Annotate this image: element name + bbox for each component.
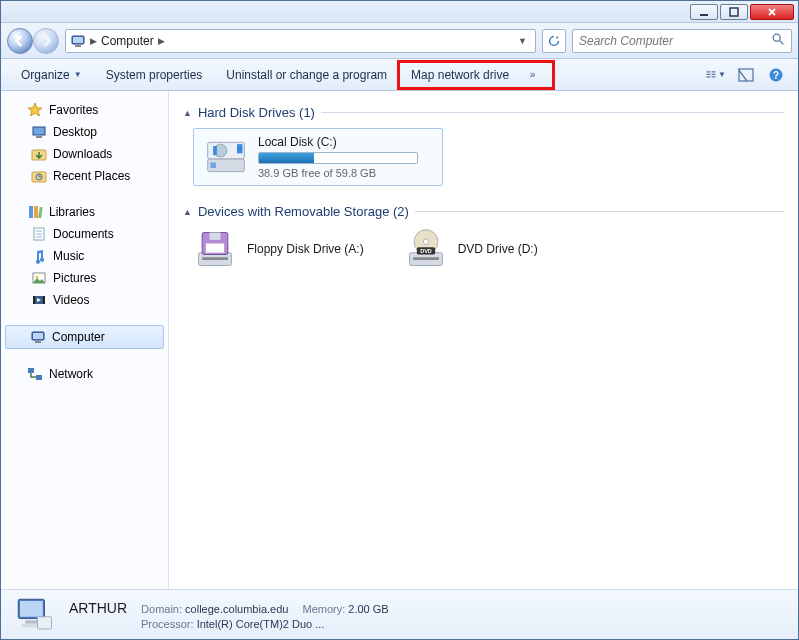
uninstall-program-button[interactable]: Uninstall or change a program bbox=[214, 62, 399, 88]
content-pane: ▲ Hard Disk Drives (1) Local Disk (C:) 3… bbox=[169, 91, 798, 589]
toolbar-right: ▼ ? bbox=[706, 65, 790, 85]
svg-rect-18 bbox=[36, 136, 42, 138]
svg-rect-47 bbox=[210, 233, 221, 240]
sidebar-label: Favorites bbox=[49, 103, 98, 117]
sidebar-item-music[interactable]: Music bbox=[1, 245, 168, 267]
svg-rect-7 bbox=[707, 71, 711, 72]
sidebar-item-recent[interactable]: Recent Places bbox=[1, 165, 168, 187]
svg-rect-11 bbox=[712, 73, 716, 74]
drive-name: Floppy Disk Drive (A:) bbox=[247, 242, 364, 256]
organize-button[interactable]: Organize▼ bbox=[9, 62, 94, 88]
group-header-hdd[interactable]: ▲ Hard Disk Drives (1) bbox=[183, 105, 784, 120]
music-icon bbox=[31, 248, 47, 264]
dvd-drive-icon: DVD bbox=[404, 227, 448, 271]
back-button[interactable] bbox=[7, 28, 33, 54]
svg-rect-23 bbox=[34, 206, 38, 218]
titlebar bbox=[1, 1, 798, 23]
computer-icon bbox=[30, 329, 46, 345]
map-network-drive-button[interactable]: Map network drive » bbox=[399, 62, 553, 88]
sidebar-label: Computer bbox=[52, 330, 105, 344]
svg-text:DVD: DVD bbox=[420, 248, 432, 254]
breadcrumb-sep-icon: ▶ bbox=[158, 36, 165, 46]
disk-usage-bar bbox=[258, 152, 418, 164]
explorer-window: ▶ Computer ▶ ▼ Organize▼ System properti… bbox=[0, 0, 799, 640]
svg-point-5 bbox=[773, 34, 780, 41]
drive-name: Local Disk (C:) bbox=[258, 135, 418, 149]
collapse-icon: ▲ bbox=[183, 108, 192, 118]
minimize-button[interactable] bbox=[690, 4, 718, 20]
downloads-icon bbox=[31, 146, 47, 162]
sidebar-label: Network bbox=[49, 367, 93, 381]
search-input[interactable] bbox=[579, 34, 765, 48]
computer-name: ARTHUR bbox=[69, 600, 127, 616]
svg-rect-17 bbox=[33, 127, 45, 135]
refresh-button[interactable] bbox=[542, 29, 566, 53]
svg-rect-43 bbox=[213, 146, 217, 155]
search-box[interactable] bbox=[572, 29, 792, 53]
svg-rect-57 bbox=[25, 620, 37, 624]
address-dropdown-icon[interactable]: ▼ bbox=[514, 36, 531, 46]
svg-rect-32 bbox=[33, 296, 35, 304]
sidebar-item-videos[interactable]: Videos bbox=[1, 289, 168, 311]
svg-point-52 bbox=[423, 239, 429, 245]
svg-rect-4 bbox=[75, 45, 81, 47]
star-icon bbox=[27, 102, 43, 118]
drive-dvd-d[interactable]: DVD DVD Drive (D:) bbox=[404, 227, 538, 271]
sidebar-item-downloads[interactable]: Downloads bbox=[1, 143, 168, 165]
drive-free-text: 38.9 GB free of 59.8 GB bbox=[258, 167, 418, 179]
drive-floppy-a[interactable]: Floppy Disk Drive (A:) bbox=[193, 227, 364, 271]
sidebar-item-computer[interactable]: Computer bbox=[5, 325, 164, 349]
svg-rect-48 bbox=[206, 244, 224, 253]
help-button[interactable]: ? bbox=[766, 65, 786, 85]
details-pane: ARTHUR Domain: college.columbia.edu Memo… bbox=[1, 589, 798, 639]
nav-pane: Favorites Desktop Downloads Recent Place… bbox=[1, 91, 169, 589]
svg-rect-56 bbox=[20, 601, 43, 617]
view-options-button[interactable]: ▼ bbox=[706, 65, 726, 85]
system-properties-button[interactable]: System properties bbox=[94, 62, 215, 88]
group-header-removable[interactable]: ▲ Devices with Removable Storage (2) bbox=[183, 204, 784, 219]
search-icon bbox=[771, 32, 785, 50]
videos-icon bbox=[31, 292, 47, 308]
preview-pane-button[interactable] bbox=[736, 65, 756, 85]
sidebar-item-network[interactable]: Network bbox=[1, 363, 168, 385]
svg-rect-35 bbox=[33, 333, 43, 339]
svg-rect-50 bbox=[413, 257, 439, 260]
collapse-icon: ▲ bbox=[183, 207, 192, 217]
svg-rect-37 bbox=[28, 368, 34, 373]
caret-down-icon: ▼ bbox=[74, 70, 82, 79]
sidebar-item-pictures[interactable]: Pictures bbox=[1, 267, 168, 289]
drive-local-c[interactable]: Local Disk (C:) 38.9 GB free of 59.8 GB bbox=[193, 128, 443, 186]
nav-bar: ▶ Computer ▶ ▼ bbox=[1, 23, 798, 59]
svg-rect-10 bbox=[712, 71, 716, 72]
recent-icon bbox=[31, 168, 47, 184]
svg-rect-45 bbox=[202, 257, 228, 260]
processor-value: Intel(R) Core(TM)2 Duo ... bbox=[197, 618, 325, 630]
address-bar[interactable]: ▶ Computer ▶ ▼ bbox=[65, 29, 536, 53]
maximize-button[interactable] bbox=[720, 4, 748, 20]
svg-rect-24 bbox=[38, 207, 43, 218]
libraries-icon bbox=[27, 204, 43, 220]
memory-value: 2.00 GB bbox=[348, 603, 388, 615]
sidebar-item-desktop[interactable]: Desktop bbox=[1, 121, 168, 143]
command-bar: Organize▼ System properties Uninstall or… bbox=[1, 59, 798, 91]
close-button[interactable] bbox=[750, 4, 794, 20]
svg-rect-38 bbox=[36, 375, 42, 380]
svg-rect-22 bbox=[29, 206, 33, 218]
desktop-icon bbox=[31, 124, 47, 140]
svg-rect-0 bbox=[700, 14, 708, 16]
chevron-right-icon: » bbox=[524, 69, 542, 80]
svg-rect-9 bbox=[707, 76, 711, 77]
svg-rect-40 bbox=[210, 163, 216, 169]
forward-button[interactable] bbox=[33, 28, 59, 54]
documents-icon bbox=[31, 226, 47, 242]
hard-disk-icon bbox=[204, 135, 248, 179]
breadcrumb-computer[interactable]: Computer bbox=[101, 34, 154, 48]
sidebar-group-libraries[interactable]: Libraries bbox=[1, 201, 168, 223]
sidebar-label: Libraries bbox=[49, 205, 95, 219]
memory-label: Memory: bbox=[302, 603, 345, 615]
sidebar-item-documents[interactable]: Documents bbox=[1, 223, 168, 245]
sidebar-group-favorites[interactable]: Favorites bbox=[1, 99, 168, 121]
svg-rect-59 bbox=[38, 616, 52, 628]
computer-icon bbox=[13, 594, 55, 636]
svg-rect-12 bbox=[712, 76, 716, 77]
